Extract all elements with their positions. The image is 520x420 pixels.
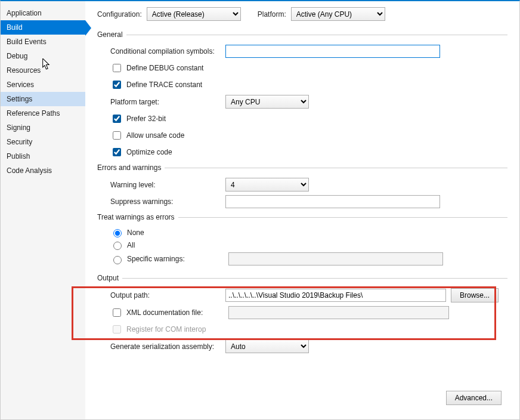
xml-doc-checkbox[interactable] [113,308,121,317]
prefer-32bit-checkbox[interactable] [113,115,121,123]
warning-level-label: Warning level: [110,181,221,189]
define-trace-label: Define TRACE constant [126,81,202,89]
suppress-warnings-row: Suppress warnings: [110,195,507,208]
treat-all-label: All [127,241,135,249]
warning-level-dropdown[interactable]: 4 [225,178,309,192]
prefer-32bit-row: Prefer 32-bit [110,112,507,125]
treat-specific-row: Specific warnings: [110,252,507,265]
platform-dropdown[interactable]: Active (Any CPU) [291,7,385,21]
warning-level-row: Warning level: 4 [110,178,507,192]
treat-none-label: None [127,228,144,237]
register-com-checkbox [113,325,121,333]
treat-all-radio[interactable] [113,242,122,250]
sidebar-item-build-events[interactable]: Build Events [1,35,85,49]
platform-target-label: Platform target: [110,98,221,106]
gen-serialization-row: Generate serialization assembly: Auto [110,339,507,353]
project-properties-window: Application Build Build Events Debug Res… [0,0,520,420]
conditional-symbols-input[interactable] [225,45,440,58]
output-path-input[interactable] [225,289,446,302]
allow-unsafe-row: Allow unsafe code [110,129,507,142]
define-debug-row: Define DEBUG constant [110,61,507,75]
section-treat: Treat warnings as errors [97,213,507,221]
treat-specific-input [228,252,443,265]
sidebar-item-security[interactable]: Security [1,135,85,149]
advanced-button[interactable]: Advanced... [446,391,502,405]
config-row: Configuration: Active (Release) Platform… [97,7,507,21]
sidebar-item-build[interactable]: Build [1,20,85,35]
output-path-row: Output path: Browse... [110,288,507,302]
allow-unsafe-label: Allow unsafe code [126,131,184,140]
prefer-32bit-label: Prefer 32-bit [126,115,166,123]
conditional-symbols-row: Conditional compilation symbols: [110,45,507,58]
treat-none-row: None [110,227,507,237]
section-errors: Errors and warnings [97,163,507,172]
main-panel: Configuration: Active (Release) Platform… [85,1,519,419]
section-general-label: General [97,30,123,39]
define-debug-label: Define DEBUG constant [126,64,203,72]
platform-label: Platform: [258,10,286,18]
suppress-warnings-input[interactable] [225,195,440,208]
browse-button[interactable]: Browse... [451,288,499,302]
sidebar-item-services[interactable]: Services [1,78,85,92]
xml-doc-input [228,306,449,319]
allow-unsafe-checkbox[interactable] [113,131,121,140]
section-output-label: Output [97,274,119,282]
configuration-dropdown[interactable]: Active (Release) [147,7,241,21]
optimize-label: Optimize code [126,148,172,156]
optimize-row: Optimize code [110,146,507,159]
treat-none-radio[interactable] [113,229,122,237]
conditional-symbols-label: Conditional compilation symbols: [110,47,221,55]
sidebar-item-code-analysis[interactable]: Code Analysis [1,163,85,178]
sidebar-item-debug[interactable]: Debug [1,49,85,63]
define-trace-checkbox[interactable] [113,81,121,89]
suppress-warnings-label: Suppress warnings: [110,197,221,206]
treat-specific-radio[interactable] [113,256,122,264]
define-debug-checkbox[interactable] [113,64,121,72]
section-general: General [97,30,507,39]
output-path-label: Output path: [110,291,221,299]
configuration-label: Configuration: [97,10,142,18]
treat-specific-label: Specific warnings: [127,255,225,263]
gen-serialization-label: Generate serialization assembly: [110,342,221,351]
define-trace-row: Define TRACE constant [110,78,507,91]
section-output: Output [97,274,507,282]
sidebar-item-publish[interactable]: Publish [1,149,85,163]
register-com-label: Register for COM interop [126,325,206,333]
sidebar-item-resources[interactable]: Resources [1,63,85,78]
treat-all-row: All [110,240,507,250]
xml-doc-row: XML documentation file: [110,306,507,319]
register-com-row: Register for COM interop [110,323,507,336]
sidebar-item-application[interactable]: Application [1,6,85,20]
sidebar-item-reference-paths[interactable]: Reference Paths [1,106,85,121]
sidebar-item-signing[interactable]: Signing [1,121,85,135]
advanced-row: Advanced... [446,391,502,405]
xml-doc-label: XML documentation file: [126,308,225,317]
sidebar-item-settings[interactable]: Settings [1,92,85,106]
sidebar: Application Build Build Events Debug Res… [1,1,85,419]
gen-serialization-dropdown[interactable]: Auto [225,339,309,353]
section-errors-label: Errors and warnings [97,163,161,172]
optimize-checkbox[interactable] [113,148,121,156]
section-treat-label: Treat warnings as errors [97,213,175,221]
platform-target-dropdown[interactable]: Any CPU [225,95,309,109]
platform-target-row: Platform target: Any CPU [110,95,507,109]
